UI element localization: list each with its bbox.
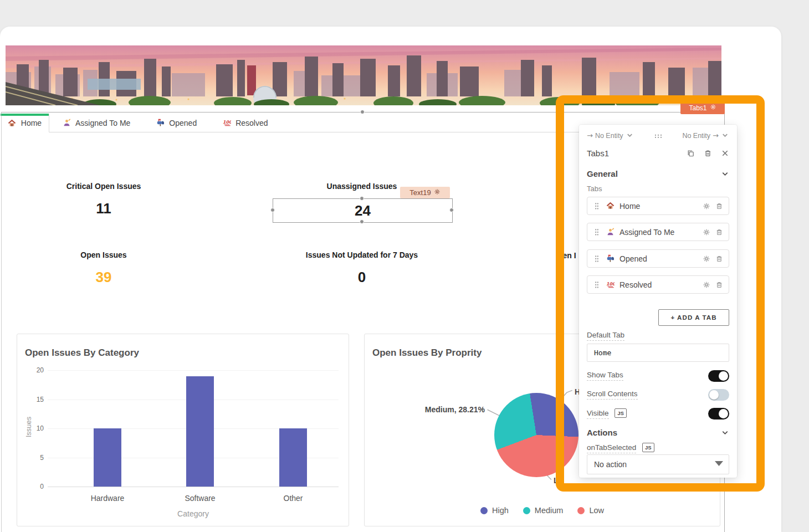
section-actions[interactable]: Actions — [587, 426, 729, 439]
gear-icon[interactable] — [703, 228, 710, 236]
bar-chart-y-tick: 15 — [23, 396, 44, 403]
panel-tab-label: Home — [619, 202, 698, 211]
resize-handle-right[interactable] — [449, 208, 454, 212]
person-raising-hand-icon — [62, 119, 71, 127]
tab-home[interactable]: Home — [1, 114, 49, 132]
default-tab-field: Default Tab — [587, 331, 729, 341]
grid-dots-icon[interactable] — [654, 132, 662, 140]
person-raising-hand-icon — [606, 228, 615, 237]
hundred-points-icon: 100 — [606, 280, 615, 289]
scroll-contents-label: Scroll Contents — [587, 390, 638, 400]
legend-label: Low — [589, 506, 604, 515]
stat-label: Open Issues — [15, 250, 192, 259]
close-icon[interactable] — [721, 149, 729, 157]
panel-tab-row-assigned-to-me[interactable]: Assigned To Me — [587, 223, 729, 241]
bar-other — [279, 428, 307, 487]
trash-icon[interactable] — [715, 255, 723, 263]
home-icon — [8, 119, 17, 127]
pie-chart-title: Open Issues By Proprity — [372, 347, 482, 359]
stat-value: 24 — [355, 202, 371, 219]
header-image[interactable] — [6, 45, 721, 105]
action-selector-value: No action — [594, 460, 627, 469]
scroll-contents-toggle[interactable] — [708, 389, 729, 401]
tabs-widget-selection-left — [1, 112, 2, 532]
section-general[interactable]: General — [587, 167, 729, 180]
js-toggle-chip[interactable]: JS — [615, 408, 627, 418]
resize-handle-top-center[interactable] — [360, 196, 364, 201]
trash-icon[interactable] — [704, 149, 712, 157]
add-a-tab-button[interactable]: + ADD A TAB — [658, 309, 729, 326]
visible-label: Visible — [587, 409, 609, 419]
svg-text:100: 100 — [223, 120, 231, 125]
legend-item-medium: Medium — [523, 506, 564, 515]
resize-handle-bottom-center[interactable] — [360, 219, 364, 224]
bar-chart-title: Open Issues By Category — [25, 347, 139, 359]
on-tab-selected-field: onTabSelected JS — [587, 443, 729, 453]
gear-icon[interactable] — [710, 104, 716, 112]
trash-icon[interactable] — [715, 228, 723, 236]
gear-icon[interactable] — [434, 188, 441, 197]
trash-icon[interactable] — [715, 202, 723, 210]
visible-toggle[interactable] — [708, 408, 729, 420]
legend-item-low: Low — [577, 506, 604, 515]
gear-icon[interactable] — [703, 255, 710, 263]
tab-opened[interactable]: Opened — [143, 114, 209, 132]
panel-widget-name[interactable]: Tabs1 — [587, 149, 678, 158]
widget-badge-label: Tabs1 — [689, 104, 706, 112]
gear-icon[interactable] — [703, 202, 710, 210]
pie-chart-legend: HighMediumLow — [365, 506, 720, 515]
stat-label: Issues Not Updated for 7 Days — [273, 250, 450, 259]
arrow-right-icon: → — [587, 132, 593, 140]
bar-chart-widget[interactable]: Open Issues By Category Issues Category … — [17, 334, 349, 526]
stat-issues-not-updated[interactable]: Issues Not Updated for 7 Days 0 — [273, 250, 450, 286]
pie-callout-medium: Medium, 28.21% — [425, 405, 485, 414]
entity-label: No Entity — [682, 132, 710, 140]
drag-handle-icon[interactable] — [593, 228, 601, 236]
text19-widget-badge[interactable]: Text19 — [400, 187, 450, 198]
trash-icon[interactable] — [715, 281, 723, 289]
panel-tab-row-resolved[interactable]: 100 Resolved — [587, 275, 729, 294]
clipped-stat-label: pen I — [558, 251, 576, 260]
tab-resolved[interactable]: 100 Resolved — [209, 114, 280, 132]
pie-callout-low-clipped: L — [554, 476, 559, 485]
stat-critical-open-issues[interactable]: Critical Open Issues 11 — [15, 182, 192, 217]
tab-assigned-to-me[interactable]: Assigned To Me — [49, 114, 143, 132]
tab-label: Assigned To Me — [75, 119, 130, 127]
bar-chart-gridline — [48, 487, 339, 487]
outgoing-entity-selector[interactable]: No Entity → — [682, 131, 729, 141]
panel-title-row: Tabs1 — [587, 146, 729, 160]
drag-handle-icon[interactable] — [593, 202, 601, 210]
gear-icon[interactable] — [703, 281, 710, 289]
bar-chart-y-tick: 0 — [23, 483, 44, 490]
panel-tab-row-home[interactable]: Home — [587, 197, 729, 215]
tab-label: Resolved — [235, 119, 268, 127]
hundred-points-icon: 100 — [222, 119, 231, 127]
panel-tab-row-opened[interactable]: Opened — [587, 249, 729, 268]
tabs1-widget-badge[interactable]: Tabs1 — [680, 101, 725, 114]
home-icon — [606, 202, 615, 211]
show-tabs-toggle[interactable] — [708, 370, 729, 382]
drag-handle-icon[interactable] — [593, 281, 601, 289]
widget-badge-label: Text19 — [409, 188, 431, 197]
bar-hardware — [94, 428, 121, 487]
js-toggle-chip[interactable]: JS — [642, 443, 654, 452]
default-tab-input[interactable] — [587, 344, 729, 362]
resize-handle-left[interactable] — [270, 208, 275, 212]
section-label: General — [587, 169, 618, 178]
app-editor-screenshot: Home Assigned To Me Opened 100 Resolved … — [0, 0, 809, 532]
chevron-down-icon — [721, 170, 729, 178]
tab-label: Home — [21, 119, 42, 127]
action-selector-dropdown[interactable]: No action — [587, 454, 729, 474]
stat-open-issues[interactable]: Open Issues 39 — [15, 250, 192, 286]
entity-navigation-row: → No Entity No Entity → — [587, 129, 729, 142]
show-tabs-label: Show Tabs — [587, 371, 623, 381]
bar-chart-x-axis-label: Category — [48, 509, 339, 518]
stat-label: Critical Open Issues — [15, 182, 192, 191]
resize-handle-top[interactable] — [360, 110, 365, 114]
drag-handle-icon[interactable] — [593, 255, 601, 263]
mailbox-icon — [606, 254, 615, 263]
legend-dot — [480, 507, 488, 514]
svg-text:100: 100 — [606, 282, 615, 287]
incoming-entity-selector[interactable]: → No Entity — [587, 131, 634, 141]
copy-icon[interactable] — [687, 149, 695, 157]
